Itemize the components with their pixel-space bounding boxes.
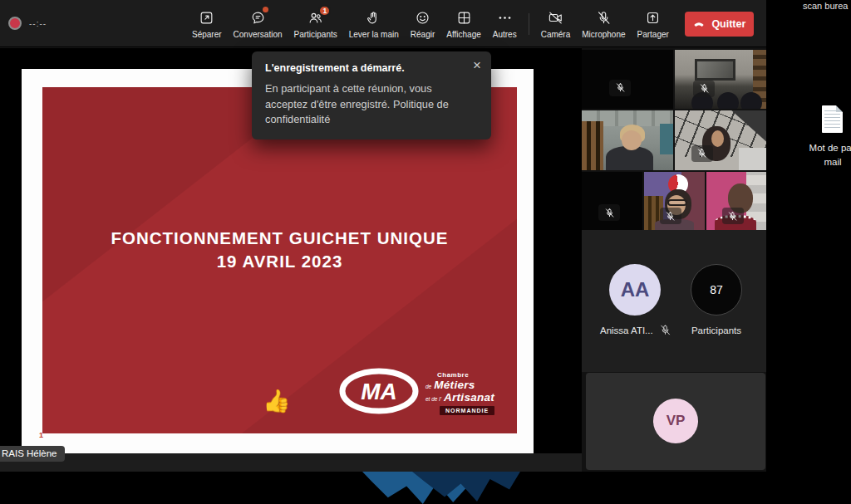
logo-word: Métiers	[434, 379, 475, 391]
popout-icon	[199, 9, 214, 27]
hangup-icon	[692, 17, 706, 31]
cma-logo: MA Chambre de Métiers et de l' Artis	[339, 368, 505, 426]
avatar-initials: AA	[621, 278, 650, 301]
toolbar-button-participants[interactable]: 1 Participants	[288, 0, 343, 47]
thumbs-up-reaction: 👍	[263, 388, 291, 414]
label-line: Mot de pas	[794, 141, 851, 155]
recording-timer: --:--	[29, 19, 47, 28]
muted-mic-icon	[598, 204, 620, 221]
toolbar-label: Réagir	[411, 30, 435, 39]
muted-mic-icon	[691, 145, 713, 162]
person-face	[622, 130, 642, 150]
wall-picture	[695, 59, 735, 81]
toolbar-label: Affichage	[446, 30, 481, 39]
toast-body: En participant à cette réunion, vous acc…	[265, 81, 475, 128]
desktop-screen: --:-- Séparer Conversation 1 Participant…	[0, 0, 851, 504]
label-line: mail	[794, 155, 851, 169]
chat-notification-dot	[263, 7, 268, 12]
close-icon[interactable]: ×	[473, 58, 481, 72]
video-tile[interactable]	[706, 172, 766, 230]
toolbar-label: Caméra	[541, 30, 571, 39]
people-icon: 1	[307, 9, 323, 27]
chat-icon	[250, 9, 266, 27]
toolbar-button-lever-la-main[interactable]: Lever la main	[343, 0, 405, 47]
desktop-wallpaper-graphic	[362, 472, 529, 504]
slide-title-line1: FONCTIONNEMENT GUICHET UNIQUE	[42, 227, 517, 250]
desktop-icon-label-motdepasse[interactable]: Mot de pas mail	[794, 141, 851, 170]
toolbar-label: Autres	[493, 30, 517, 39]
overflow-participants-circle[interactable]: 87	[691, 264, 742, 316]
slide-page-number: 1	[39, 431, 43, 439]
cma-monogram: MA	[339, 368, 419, 414]
desktop-icon-label-scan[interactable]: scan burea	[803, 1, 851, 11]
toolbar-label: Partager	[637, 30, 669, 39]
participants-count: 87	[710, 283, 723, 296]
video-tile[interactable]	[644, 172, 705, 230]
recording-indicator: --:--	[8, 17, 47, 30]
video-tile[interactable]	[582, 50, 673, 109]
participants-count-label: Participants	[688, 325, 745, 335]
toolbar-button-camera[interactable]: Caméra	[535, 0, 577, 47]
video-tile[interactable]	[675, 50, 766, 109]
toolbar-button-microphone[interactable]: Microphone	[576, 0, 631, 47]
wood-slats	[582, 121, 603, 170]
svg-text:MA: MA	[361, 379, 397, 404]
self-avatar: VP	[653, 399, 698, 443]
document-lines	[824, 110, 840, 130]
toolbar-divider	[529, 13, 529, 35]
share-icon	[645, 9, 661, 27]
logo-word: Artisanat	[444, 391, 494, 404]
toolbar-label: Microphone	[582, 30, 625, 39]
leave-meeting-button[interactable]: Quitter	[685, 12, 754, 37]
view-grid-icon	[456, 9, 472, 27]
smiley-icon	[415, 9, 430, 27]
toolbar-button-reagir[interactable]: Réagir	[405, 0, 440, 47]
meeting-toolbar: --:-- Séparer Conversation 1 Participant…	[0, 0, 766, 47]
muted-mic-icon	[659, 324, 671, 336]
toolbar-button-conversation[interactable]: Conversation	[228, 0, 288, 47]
leave-label: Quitter	[711, 18, 745, 30]
toolbar-button-separer[interactable]: Séparer	[186, 0, 228, 47]
cma-logo-text: Chambre de Métiers et de l' Artisanat NO…	[426, 368, 494, 426]
toolbar-label: Participants	[294, 30, 337, 39]
self-video-tile[interactable]: VP	[586, 373, 765, 470]
logo-region-badge: NORMANDIE	[440, 406, 494, 415]
participant-avatar[interactable]: AA	[609, 264, 661, 316]
presenter-name-tag: RAIS Hélène	[0, 446, 65, 462]
window-pane	[660, 124, 674, 154]
record-dot-icon	[8, 17, 22, 30]
video-tile[interactable]	[582, 110, 673, 170]
participant-name: Anissa ATI...	[600, 325, 653, 335]
participants-badge: 1	[318, 5, 331, 17]
muted-mic-icon	[693, 81, 715, 97]
logo-word: de	[426, 384, 431, 389]
logo-word: Chambre	[437, 371, 494, 379]
more-dots-icon	[497, 9, 513, 27]
toolbar-label: Lever la main	[349, 30, 399, 39]
person-silhouette	[717, 92, 739, 109]
slide-title: FONCTIONNEMENT GUICHET UNIQUE 19 AVRIL 2…	[42, 227, 517, 272]
glasses	[667, 199, 687, 206]
toolbar-button-affichage[interactable]: Affichage	[440, 0, 487, 47]
raise-hand-icon	[366, 9, 381, 27]
muted-mic-icon	[660, 208, 681, 224]
person-silhouette	[740, 92, 762, 109]
toolbar-button-autres[interactable]: Autres	[487, 0, 523, 47]
logo-word: et de l'	[426, 396, 441, 402]
toolbar-button-partager[interactable]: Partager	[632, 0, 675, 47]
window-bottom-bar	[0, 453, 582, 472]
participants-sidebar: AA Anissa ATI... 87 Participants VP	[582, 47, 766, 472]
toolbar-label: Conversation	[234, 30, 283, 39]
slide-title-line2: 19 AVRIL 2023	[42, 250, 517, 273]
video-tile[interactable]	[582, 172, 642, 230]
document-file-icon[interactable]	[822, 105, 843, 133]
recording-toast: L'enregistrement a démarré. En participa…	[252, 51, 491, 139]
avatar-panel: AA Anissa ATI... 87 Participants	[582, 230, 766, 372]
toolbar-buttons: Séparer Conversation 1 Participants Leve…	[186, 0, 754, 47]
muted-mic-icon	[722, 208, 744, 224]
toolbar-label: Séparer	[192, 30, 222, 39]
toast-title: L'enregistrement a démarré.	[265, 62, 478, 74]
camera-off-icon	[548, 9, 563, 27]
muted-mic-icon	[609, 80, 631, 96]
video-tile[interactable]	[675, 110, 766, 170]
